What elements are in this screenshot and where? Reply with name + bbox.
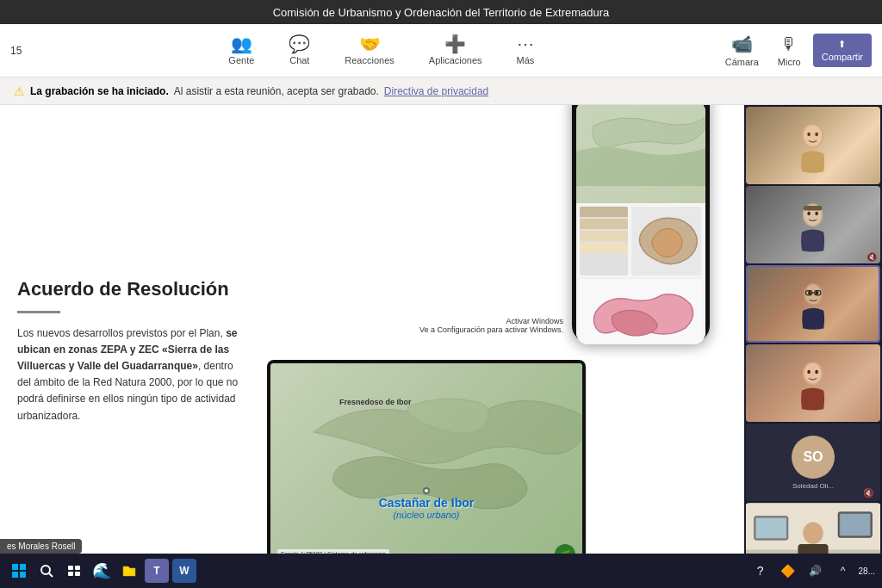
participant-tile-2: 🔇 [746,186,880,263]
search-taskbar-icon[interactable] [34,559,59,583]
apps-icon: ➕ [444,35,466,53]
gente-label: Gente [228,55,254,65]
reactions-icon: 🤝 [359,35,381,53]
people-icon: 👥 [231,35,252,53]
participants-panel: 🔇 [744,105,882,588]
map-fresnedoso-label: Fresnedoso de Ibor [339,398,412,406]
svg-point-20 [804,363,822,383]
participant-face-1 [746,107,880,184]
activate-windows-notice: Activar Windows Ve a Configuración para … [419,317,563,334]
phone-mockup: ◁ ○ □ [572,105,710,343]
svg-rect-35 [20,572,26,578]
soledad-mic-off-icon: 🔇 [863,488,873,498]
toolbar-right: 📹 Cámara 🎙 Micro ⬆ Compartir [718,30,872,71]
mas-label: Más [517,55,535,65]
soledad-avatar: SO [792,436,835,479]
svg-point-22 [816,369,819,374]
phone-data-area [576,203,705,344]
files-icon[interactable] [117,559,141,583]
svg-point-21 [808,369,811,374]
chat-label: Chat [289,55,309,65]
laptop-screen-inner: Fresnedoso de Ibor Castañar de Ibor (núc… [270,363,582,572]
toolbar-chat[interactable]: 💬 Chat [282,32,317,69]
recording-banner: ⚠ La grabación se ha iniciado. Al asisti… [0,77,882,105]
participant-tile-4 [746,344,880,422]
aplicaciones-label: Aplicaciones [429,55,482,65]
camara-label: Cámara [725,57,759,67]
phone-legend [580,207,628,275]
laptop-screen: Fresnedoso de Ibor Castañar de Ibor (núc… [267,360,586,575]
share-icon: ⬆ [838,39,846,50]
privacy-policy-link[interactable]: Directiva de privacidad [384,85,488,97]
toolbar-aplicaciones[interactable]: ➕ Aplicaciones [422,32,489,69]
svg-point-9 [808,211,811,215]
participant-face-4 [746,344,880,422]
map-content: Fresnedoso de Ibor Castañar de Ibor (núc… [270,363,582,572]
share-label: Compartir [822,52,863,62]
taskbar-clock: 28... [859,566,875,576]
slide-title: Acuerdo de Resolución [17,277,241,302]
svg-point-15 [816,291,818,294]
participant-face-3 [748,267,879,341]
participant-2-mic-off-icon: 🔇 [866,252,877,262]
phone-data-row-1 [580,207,702,275]
svg-point-4 [804,125,823,146]
svg-rect-11 [804,206,823,210]
slide-text-panel: Acuerdo de Resolución Los nuevos desarro… [17,277,258,424]
slide-content: Acuerdo de Resolución Los nuevos desarro… [0,105,744,588]
teams-icon[interactable]: T [145,559,169,583]
svg-rect-33 [20,564,26,570]
recording-normal-text: Al asistir a esta reunión, acepta ser gr… [174,85,379,97]
map-city-sub: (núcleo urbano) [379,510,474,520]
toolbar: 15 👥 Gente 💬 Chat 🤝 Reacciones ➕ Aplicac… [0,24,882,77]
warning-icon: ⚠ [14,84,25,98]
svg-rect-31 [840,514,870,535]
svg-point-6 [816,132,819,136]
toolbar-micro[interactable]: 🎙 Micro [771,31,808,71]
svg-point-26 [803,523,823,544]
participant-face-2 [746,186,880,263]
help-icon[interactable]: ? [748,559,773,583]
svg-point-14 [808,291,811,294]
chevron-up-icon[interactable]: ^ [831,559,855,583]
toolbar-camara[interactable]: 📹 Cámara [718,30,766,71]
svg-rect-34 [12,572,18,578]
reacciones-label: Reacciones [345,55,394,65]
word-icon[interactable]: W [172,559,196,583]
svg-rect-41 [75,572,80,576]
volume-icon[interactable]: 🔊 [804,559,828,583]
time-label: 15 [10,45,45,57]
svg-rect-29 [756,518,786,538]
mic-icon: 🎙 [780,34,798,54]
taskbar: 🌊 T W ? 🔶 🔊 ^ 28... [0,554,882,588]
main-area: Acuerdo de Resolución Los nuevos desarro… [0,105,882,588]
toolbar-mas[interactable]: ⋯ Más [510,32,542,69]
more-icon: ⋯ [517,35,534,53]
share-button[interactable]: ⬆ Compartir [813,34,872,67]
slide-divider [17,311,60,313]
toolbar-reacciones[interactable]: 🤝 Reacciones [338,32,401,69]
toolbar-gente[interactable]: 👥 Gente [221,32,261,69]
soledad-participant-tile: SO Soledad Oli... 🔇 [746,424,880,501]
svg-point-36 [41,566,50,574]
phone-pink-map [580,277,702,344]
phone-screen: ◁ ○ □ [576,105,705,344]
start-button[interactable] [7,559,31,583]
task-view-icon[interactable] [62,559,86,583]
title-bar: Comisión de Urbanismo y Ordenación del T… [0,0,882,24]
taskbar-right: ? 🔶 🔊 ^ 28... [748,559,875,583]
toolbar-center: 👥 Gente 💬 Chat 🤝 Reacciones ➕ Aplicacion… [221,32,541,69]
micro-label: Micro [778,57,801,67]
window-title: Comisión de Urbanismo y Ordenación del T… [273,6,610,19]
edge-icon[interactable]: 🌊 [90,559,114,583]
soledad-name: Soledad Oli... [792,482,834,490]
svg-rect-39 [75,566,80,570]
slide-body: Los nuevos desarrollos previstos por el … [17,325,241,424]
chat-icon: 💬 [289,35,310,53]
notifications-icon[interactable]: 🔶 [776,559,800,583]
participant-tile-1 [746,107,880,184]
svg-point-5 [808,132,811,136]
map-location-dot [423,487,430,494]
presentation-area: Acuerdo de Resolución Los nuevos desarro… [0,105,744,588]
svg-rect-40 [68,572,73,576]
